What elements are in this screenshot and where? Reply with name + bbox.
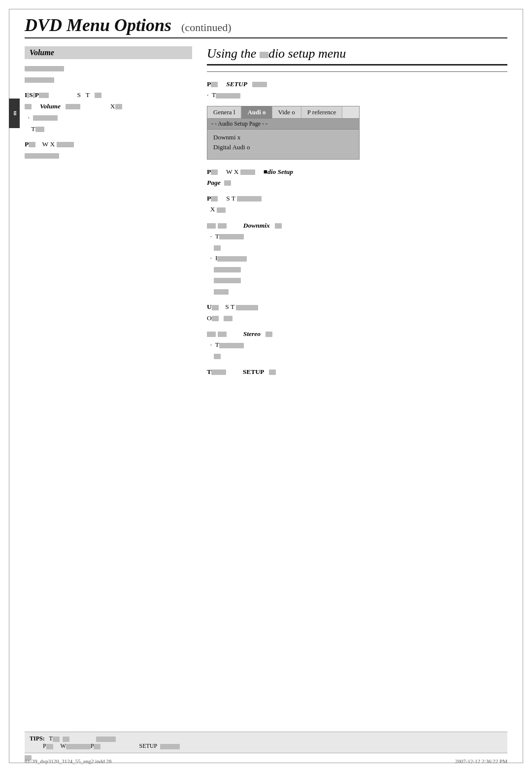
blur-block [29, 142, 35, 147]
page-content: DVD Menu Options (continued) Volume ISP … [25, 15, 507, 742]
blur-block [224, 316, 233, 321]
instruction-1: P W X ■dio Setup Page [207, 167, 507, 189]
section-title: Using the dio setup menu [207, 46, 507, 61]
tips-label: TIPS: [30, 735, 45, 742]
blur-block [207, 332, 216, 337]
blur-block [211, 369, 226, 375]
blur-block [25, 153, 59, 159]
footer-right: 2007-12-12 2:36:22 PM [455, 758, 507, 764]
footer-left: 01-39_dvp3120_3124_55_eng2.indd 28 [25, 758, 112, 764]
blur-block [53, 737, 60, 742]
tips-bar: TIPS: T P WP SETUP [25, 732, 507, 753]
list-item[interactable]: Digital Audi o [213, 142, 353, 152]
footer: 01-39_dvp3120_3124_55_eng2.indd 28 2007-… [25, 758, 507, 764]
menu-items-list: Downmi x Digital Audi o [207, 130, 359, 159]
tab-video[interactable]: Vide o [272, 106, 301, 118]
blur-block [237, 196, 262, 201]
blur-block [160, 744, 180, 749]
blur-block [240, 169, 255, 175]
blur-block [46, 744, 53, 749]
left-column: Volume ISP S T Volume X [25, 46, 192, 382]
blur-block [211, 169, 218, 175]
blur-block [212, 316, 219, 321]
blur-block [236, 305, 258, 310]
blur-block [216, 93, 240, 99]
blur-block [25, 104, 32, 109]
blur-block [214, 278, 241, 283]
blur-block [218, 332, 227, 337]
blur-block [214, 267, 241, 272]
blur-block [269, 369, 276, 375]
blur-block [115, 104, 122, 109]
instruction-4: U S T O [207, 302, 507, 324]
blur-block [207, 223, 216, 229]
header-divider [25, 37, 507, 38]
blur-block [260, 52, 268, 58]
blur-block [266, 332, 272, 337]
blur-block [57, 142, 74, 147]
menu-tabs: Genera l Audi o Vide o P reference [207, 106, 359, 119]
blur-block [219, 343, 244, 348]
blur-block [224, 180, 231, 186]
volume-header: Volume [25, 46, 192, 59]
blur-block [214, 245, 221, 251]
blur-block [63, 737, 69, 742]
instruction-5: Stereo · T [207, 329, 507, 362]
setup-label: SETUP [226, 80, 247, 88]
blur-block [96, 737, 116, 742]
section-line-thin [207, 71, 507, 72]
blur-block [211, 82, 218, 87]
setup-menu-screenshot: Genera l Audi o Vide o P reference - - A… [207, 106, 360, 160]
blur-block [33, 115, 58, 121]
menu-row-header: - - Audio Setup Page - - [207, 119, 359, 130]
blur-block [217, 256, 247, 262]
page-subtitle: (continued) [181, 21, 231, 34]
tab-general[interactable]: Genera l [207, 106, 241, 118]
blur-block [94, 744, 100, 749]
blur-block [275, 223, 282, 229]
tips-line2: P WP SETUP [43, 742, 180, 749]
blur-block [214, 354, 221, 359]
blur-block [219, 234, 244, 239]
instruction-2: P S T X [207, 193, 507, 215]
blur-block [218, 223, 227, 229]
page-title: DVD Menu Options [25, 15, 171, 35]
tab-preference[interactable]: P reference [301, 106, 342, 118]
header: DVD Menu Options (continued) [25, 15, 507, 35]
side-tab-letter: m [11, 111, 17, 115]
left-text-block-3: P W X [25, 139, 192, 162]
tips-line1: T [49, 735, 115, 742]
tab-audio[interactable]: Audi o [241, 106, 272, 118]
blur-block [66, 104, 80, 109]
instruction-6: T SETUP [207, 367, 507, 377]
section-line-thick [207, 64, 507, 66]
blur-block [25, 66, 64, 71]
blur-block [211, 196, 218, 201]
blur-block [35, 127, 44, 132]
blur-block [39, 93, 49, 98]
main-content: Volume ISP S T Volume X [25, 46, 507, 382]
right-column: Using the dio setup menu P SETUP · T Gen… [207, 46, 507, 382]
blur-block [212, 305, 219, 310]
blur-block [66, 744, 91, 749]
instruction-3: Downmix · T · I [207, 220, 507, 297]
blur-block [252, 82, 267, 87]
side-tab: m [9, 99, 20, 128]
blur-block [214, 289, 229, 295]
left-text-block-1 [25, 63, 192, 86]
left-text-block-2: ISP S T Volume X · T [25, 90, 192, 135]
blur-block [95, 93, 101, 98]
blur-block [217, 207, 226, 213]
setup-instruction: P SETUP · T [207, 79, 507, 101]
list-item[interactable]: Downmi x [213, 133, 353, 142]
blur-block [25, 77, 54, 83]
